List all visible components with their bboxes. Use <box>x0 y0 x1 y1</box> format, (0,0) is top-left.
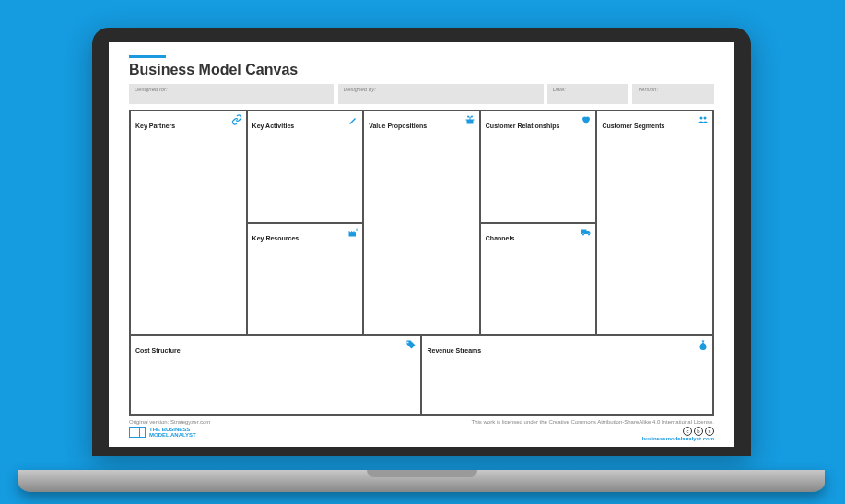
cc-icons: c b s <box>683 427 714 436</box>
link-icon <box>231 114 242 125</box>
canvas-grid: Key Partners Key Activities Key Resource… <box>129 110 714 416</box>
label-channels: Channels <box>486 235 515 241</box>
brand-text: THE BUSINESS MODEL ANALYST <box>149 427 196 438</box>
svg-point-1 <box>703 117 706 120</box>
cell-revenue-streams[interactable]: Revenue Streams <box>421 335 713 415</box>
wand-icon <box>347 114 358 125</box>
label-key-activities: Key Activities <box>252 123 295 129</box>
cell-channels[interactable]: Channels <box>480 223 597 335</box>
tag-icon <box>405 339 417 350</box>
cell-customer-relationships[interactable]: Customer Relationships <box>480 111 597 223</box>
laptop-mockup: Business Model Canvas Designed for: Desi… <box>92 28 751 479</box>
money-bag-icon <box>698 339 709 350</box>
factory-icon <box>347 227 358 238</box>
original-credit: Original version: Strategyzer.com <box>129 419 210 425</box>
cell-customer-segments[interactable]: Customer Segments <box>596 111 713 335</box>
license-text: This work is licensed under the Creative… <box>472 419 714 425</box>
label-cost-structure: Cost Structure <box>135 347 181 354</box>
canvas-document: Business Model Canvas Designed for: Desi… <box>109 42 734 447</box>
users-icon <box>698 114 709 125</box>
laptop-screen: Business Model Canvas Designed for: Desi… <box>109 42 734 447</box>
sa-icon: s <box>705 427 714 436</box>
truck-icon <box>581 227 592 238</box>
meta-designed-by[interactable]: Designed by: <box>338 84 544 104</box>
page-title: Business Model Canvas <box>129 62 714 78</box>
website-link[interactable]: businessmodelanalyst.com <box>472 436 714 441</box>
footer: Original version: Strategyzer.com THE BU… <box>129 419 714 441</box>
meta-designed-for[interactable]: Designed for: <box>129 84 334 104</box>
footer-right: This work is licensed under the Creative… <box>472 419 714 441</box>
label-value-propositions: Value Propositions <box>369 123 427 129</box>
cell-key-resources[interactable]: Key Resources <box>247 223 364 335</box>
cc-icon: c <box>683 427 692 436</box>
laptop-base <box>18 470 825 492</box>
label-customer-segments: Customer Segments <box>602 123 664 129</box>
svg-point-0 <box>699 117 702 120</box>
laptop-bezel: Business Model Canvas Designed for: Desi… <box>92 28 751 456</box>
cell-value-propositions[interactable]: Value Propositions <box>363 111 480 335</box>
meta-row: Designed for: Designed by: Date: Version… <box>129 84 714 104</box>
heart-icon <box>581 114 592 125</box>
gift-icon <box>464 114 475 125</box>
cell-key-partners[interactable]: Key Partners <box>130 111 247 335</box>
title-accent-bar <box>129 55 166 58</box>
brand: THE BUSINESS MODEL ANALYST <box>129 427 210 438</box>
label-key-partners: Key Partners <box>135 123 175 129</box>
meta-date[interactable]: Date: <box>547 84 629 104</box>
cell-cost-structure[interactable]: Cost Structure <box>130 335 421 415</box>
meta-version[interactable]: Version: <box>632 84 714 104</box>
label-customer-relationships: Customer Relationships <box>486 123 560 129</box>
label-key-resources: Key Resources <box>252 235 299 241</box>
cell-key-activities[interactable]: Key Activities <box>247 111 364 223</box>
brand-logo-icon <box>129 427 146 438</box>
footer-left: Original version: Strategyzer.com THE BU… <box>129 419 210 438</box>
by-icon: b <box>694 427 703 436</box>
label-revenue-streams: Revenue Streams <box>427 347 481 354</box>
